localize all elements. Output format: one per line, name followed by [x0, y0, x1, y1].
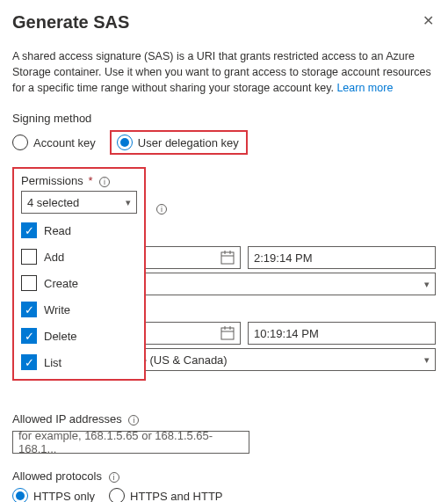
panel-title: Generate SAS [12, 12, 436, 33]
info-icon[interactable]: i [99, 177, 110, 187]
permission-option-list[interactable]: ✓ List [21, 349, 137, 375]
permission-option-delete[interactable]: ✓ Delete [21, 323, 137, 349]
svg-rect-4 [221, 328, 234, 339]
allowed-ip-label: Allowed IP addresses [12, 412, 122, 426]
allowed-ip-input[interactable]: for example, 168.1.5.65 or 168.1.5.65-16… [12, 431, 249, 454]
description-text: A shared access signature (SAS) is a URI… [12, 48, 436, 96]
svg-rect-0 [221, 252, 234, 264]
permission-label: Create [44, 277, 78, 290]
radio-https-and-http[interactable]: HTTPS and HTTP [109, 488, 222, 502]
calendar-icon [220, 251, 235, 265]
highlight-permissions: Permissions * i 4 selected ▾ ✓ Read Add … [12, 167, 146, 381]
info-icon[interactable]: i [128, 415, 139, 426]
permission-label: Delete [44, 330, 77, 343]
permission-option-write[interactable]: ✓ Write [21, 296, 137, 323]
permission-label: List [44, 356, 61, 369]
required-indicator: * [88, 174, 92, 187]
start-time-value: 2:19:14 PM [254, 251, 313, 265]
permission-option-create[interactable]: Create [21, 270, 137, 296]
radio-label: HTTPS only [33, 490, 95, 502]
checkbox-icon [21, 249, 37, 265]
radio-user-delegation-key[interactable]: User delegation key [117, 135, 239, 150]
radio-label: User delegation key [138, 136, 239, 149]
chevron-down-icon: ▾ [126, 197, 131, 208]
permissions-summary: 4 selected [27, 196, 79, 209]
permission-option-add[interactable]: Add [21, 244, 137, 270]
permission-label: Write [44, 303, 70, 316]
expiry-time-input[interactable]: 10:19:14 PM [248, 322, 436, 345]
permissions-label: Permissions [21, 174, 83, 187]
radio-label: HTTPS and HTTP [130, 490, 222, 502]
radio-https-only[interactable]: HTTPS only [12, 488, 95, 502]
radio-label: Account key [33, 136, 96, 149]
info-icon[interactable]: i [156, 204, 167, 215]
radio-icon [109, 488, 125, 502]
checkbox-icon [21, 275, 37, 291]
radio-account-key[interactable]: Account key [12, 135, 96, 150]
highlight-user-delegation: User delegation key [110, 130, 248, 155]
allowed-protocols-label: Allowed protocols [12, 469, 102, 483]
permission-label: Add [44, 251, 64, 264]
signing-method-label: Signing method [12, 112, 436, 125]
allowed-ip-placeholder: for example, 168.1.5.65 or 168.1.5.65-16… [18, 429, 243, 455]
info-icon[interactable]: i [109, 472, 119, 483]
checkbox-icon: ✓ [21, 328, 37, 344]
checkbox-icon: ✓ [21, 302, 37, 317]
chevron-down-icon: ▾ [424, 354, 430, 366]
radio-icon [12, 135, 28, 150]
chevron-down-icon: ▾ [424, 279, 430, 290]
permission-label: Read [44, 224, 71, 237]
permissions-dropdown[interactable]: 4 selected ▾ [21, 191, 137, 214]
radio-icon [12, 488, 28, 502]
checkbox-icon: ✓ [21, 222, 37, 238]
calendar-icon [220, 326, 235, 340]
checkbox-icon: ✓ [21, 354, 37, 370]
permission-option-read[interactable]: ✓ Read [21, 217, 137, 244]
expiry-time-value: 10:19:14 PM [254, 327, 319, 340]
radio-icon [117, 135, 133, 150]
learn-more-link[interactable]: Learn more [336, 82, 393, 94]
start-time-input[interactable]: 2:19:14 PM [248, 246, 436, 269]
close-icon[interactable]: ✕ [423, 12, 434, 29]
